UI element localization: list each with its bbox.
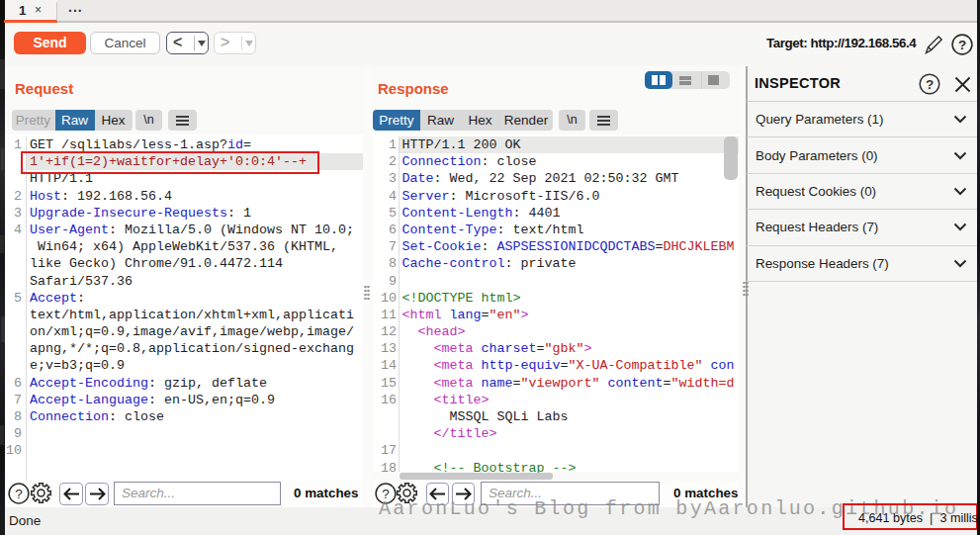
svg-text:?: ? — [926, 77, 934, 92]
svg-text:?: ? — [15, 487, 23, 501]
svg-text:?: ? — [958, 37, 966, 51]
